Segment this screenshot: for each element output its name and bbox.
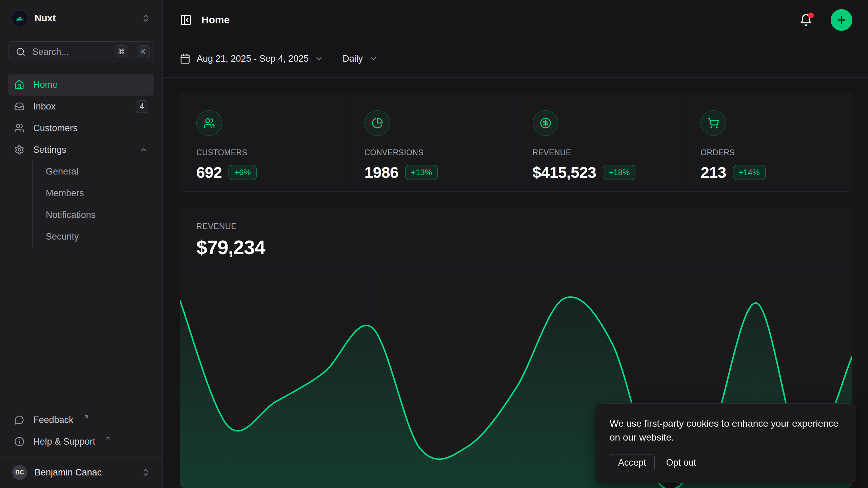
info-circle-icon	[14, 436, 24, 447]
revenue-chart-label: REVENUE	[196, 222, 852, 231]
user-name: Benjamin Canac	[35, 467, 134, 478]
panel-left-close-icon	[180, 14, 192, 26]
stat-conversions[interactable]: CONVERSIONS 1986 +13%	[348, 93, 516, 191]
user-menu[interactable]: BC Benjamin Canac	[8, 462, 154, 483]
stat-value: $415,523	[533, 163, 596, 182]
stat-label: CONVERSIONS	[364, 148, 516, 157]
sidebar-item-label: Inbox	[33, 101, 127, 112]
collapse-sidebar-button[interactable]	[180, 14, 192, 26]
team-switcher[interactable]: Nuxt	[8, 7, 154, 29]
nuxt-logo-icon	[12, 11, 27, 26]
stat-delta-badge: +13%	[405, 165, 438, 180]
sidebar-item-label: Help & Support	[33, 436, 95, 447]
cookie-message: We use first-party cookies to enhance yo…	[610, 416, 842, 445]
sidebar-nav: Home Inbox 4 Customers Settings	[8, 74, 154, 247]
granularity-select[interactable]: Daily	[342, 54, 378, 64]
notifications-button[interactable]	[800, 14, 812, 26]
search-input[interactable]: Search... ⌘ K	[8, 41, 154, 62]
settings-subnav: General Members Notifications Security	[32, 161, 154, 247]
users-icon	[14, 123, 24, 133]
unread-notification-dot	[808, 13, 814, 18]
user-avatar: BC	[12, 465, 27, 480]
chevron-down-icon	[369, 54, 378, 63]
filter-bar: Aug 21, 2025 - Sep 4, 2025 Daily	[163, 40, 868, 78]
sidebar-item-label: Settings	[33, 145, 131, 155]
pie-chart-icon	[364, 110, 390, 136]
chevron-down-icon	[315, 54, 323, 63]
sidebar: Nuxt Search... ⌘ K Home	[0, 0, 163, 488]
circle-dollar-icon	[533, 110, 558, 136]
inbox-icon	[14, 101, 24, 111]
stat-delta-badge: +18%	[603, 165, 635, 180]
accept-cookies-button[interactable]: Accept	[610, 454, 655, 471]
external-link-icon	[105, 435, 111, 442]
stats-row: CUSTOMERS 692 +6% CONVERSIONS 1986 +13%	[180, 93, 852, 192]
sidebar-item-settings[interactable]: Settings	[8, 139, 154, 161]
stat-delta-badge: +6%	[229, 165, 257, 180]
external-link-icon	[83, 414, 89, 420]
revenue-chart-value: $79,234	[196, 236, 852, 259]
stat-label: CUSTOMERS	[196, 148, 348, 157]
message-bubble-icon	[14, 415, 24, 425]
sidebar-item-members[interactable]: Members	[43, 182, 154, 204]
stat-orders[interactable]: ORDERS 213 +14%	[684, 93, 852, 191]
stat-revenue[interactable]: REVENUE $415,523 +18%	[516, 93, 684, 191]
gear-icon	[14, 145, 24, 155]
optout-cookies-button[interactable]: Opt out	[666, 458, 696, 468]
brand-name: Nuxt	[35, 13, 134, 24]
sidebar-footer: Feedback Help & Support	[8, 409, 154, 457]
sidebar-user-section: BC Benjamin Canac	[0, 457, 162, 488]
page-title: Home	[201, 14, 790, 26]
sidebar-item-label: Feedback	[33, 415, 74, 425]
stat-value: 692	[196, 163, 222, 182]
cookie-banner: We use first-party cookies to enhance yo…	[596, 403, 856, 483]
stat-label: REVENUE	[533, 148, 684, 157]
stat-customers[interactable]: CUSTOMERS 692 +6%	[180, 93, 348, 191]
inbox-count-badge: 4	[136, 100, 148, 113]
search-icon	[16, 47, 25, 57]
chevrons-up-down-icon	[141, 468, 150, 477]
revenue-chart-header: REVENUE $79,234	[180, 208, 852, 269]
stat-value: 213	[701, 163, 726, 182]
home-icon	[14, 80, 24, 90]
users-icon	[196, 110, 222, 136]
date-range-label: Aug 21, 2025 - Sep 4, 2025	[197, 54, 309, 64]
plus-icon	[836, 14, 847, 26]
shopping-cart-icon	[701, 110, 726, 136]
chevrons-up-down-icon	[141, 14, 150, 23]
sidebar-item-home[interactable]: Home	[8, 74, 154, 96]
sidebar-item-notifications[interactable]: Notifications	[43, 204, 154, 226]
k-keycap: K	[137, 45, 150, 58]
search-placeholder: Search...	[32, 47, 106, 57]
stat-label: ORDERS	[701, 148, 852, 157]
stat-value: 1986	[364, 163, 398, 182]
calendar-icon	[180, 53, 191, 64]
cmd-keycap: ⌘	[115, 45, 128, 58]
granularity-label: Daily	[342, 54, 363, 64]
page-header: Home	[163, 0, 868, 40]
sidebar-item-customers[interactable]: Customers	[8, 117, 154, 139]
sidebar-item-security[interactable]: Security	[43, 226, 154, 247]
add-button[interactable]	[831, 9, 852, 31]
date-range-picker[interactable]: Aug 21, 2025 - Sep 4, 2025	[180, 53, 323, 64]
chevron-up-icon	[139, 145, 148, 154]
sidebar-item-help-support[interactable]: Help & Support	[8, 431, 154, 452]
sidebar-item-inbox[interactable]: Inbox 4	[8, 96, 154, 117]
sidebar-item-label: Customers	[33, 123, 78, 134]
sidebar-item-feedback[interactable]: Feedback	[8, 409, 154, 431]
sidebar-item-general[interactable]: General	[43, 161, 154, 182]
stat-delta-badge: +14%	[733, 165, 766, 180]
sidebar-item-label: Home	[33, 80, 58, 90]
